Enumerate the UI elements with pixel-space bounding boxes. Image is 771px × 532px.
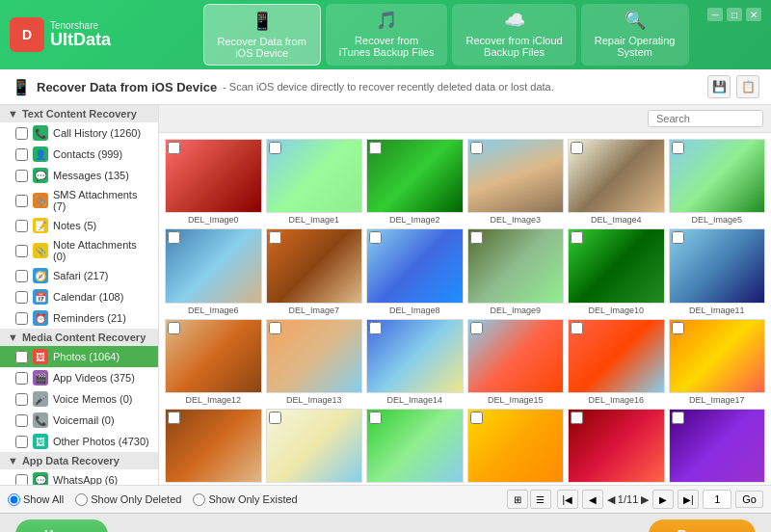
image-cell-15[interactable]: DEL_Image15 <box>467 319 565 405</box>
call-history-checkbox[interactable] <box>15 127 28 140</box>
sidebar-item-call-history[interactable]: 📞 Call History (1260) <box>0 122 158 144</box>
sidebar-item-sms-attachments[interactable]: 📎 SMS Attachments (7) <box>0 186 158 215</box>
image-cell-16[interactable]: DEL_Image16 <box>568 319 665 405</box>
prev-page-button[interactable]: ◀ <box>582 490 603 509</box>
sidebar-item-notes[interactable]: 📝 Notes (5) <box>0 215 158 236</box>
sidebar-item-voicemail[interactable]: 📞 Voicemail (0) <box>0 410 158 431</box>
image-checkbox-1[interactable] <box>269 142 281 154</box>
sidebar-item-note-attachments[interactable]: 📎 Note Attachments (0) <box>0 236 158 265</box>
image-checkbox-22[interactable] <box>571 412 583 424</box>
sidebar-item-whatsapp[interactable]: 💬 WhatsApp (6) <box>0 469 158 485</box>
image-checkbox-14[interactable] <box>369 322 382 334</box>
tab-itunes[interactable]: 🎵 Recover from iTunes Backup Files <box>326 4 448 66</box>
image-cell-3[interactable]: DEL_Image3 <box>467 139 565 225</box>
image-checkbox-23[interactable] <box>672 412 684 424</box>
image-cell-0[interactable]: DEL_Image0 <box>165 139 262 225</box>
image-checkbox-9[interactable] <box>470 231 483 244</box>
note-attachments-checkbox[interactable] <box>15 245 28 257</box>
export-button[interactable]: 📋 <box>736 75 759 98</box>
sidebar-item-photos[interactable]: 🖼 Photos (1064) <box>0 346 158 367</box>
image-cell-8[interactable]: DEL_Image8 <box>366 228 464 314</box>
image-cell-11[interactable]: DEL_Image11 <box>669 228 766 314</box>
image-cell-13[interactable]: DEL_Image13 <box>266 319 363 405</box>
grid-view-button[interactable]: ⊞ <box>507 490 528 509</box>
sidebar-item-app-videos[interactable]: 🎬 App Videos (375) <box>0 367 158 388</box>
image-cell-12[interactable]: DEL_Image12 <box>165 319 262 405</box>
tab-icloud[interactable]: ☁️ Recover from iCloud Backup Files <box>452 4 575 66</box>
whatsapp-checkbox[interactable] <box>15 474 28 486</box>
voicemail-checkbox[interactable] <box>15 414 28 427</box>
image-cell-4[interactable]: DEL_Image4 <box>568 139 665 225</box>
filter-show-existed[interactable]: Show Only Existed <box>193 493 297 506</box>
image-checkbox-7[interactable] <box>269 231 281 244</box>
image-cell-17[interactable]: DEL_Image17 <box>669 319 766 405</box>
image-cell-9[interactable]: DEL_Image9 <box>467 228 565 314</box>
sidebar-item-contacts[interactable]: 👤 Contacts (999) <box>0 144 158 165</box>
page-number-input[interactable] <box>703 490 731 509</box>
sms-attachments-checkbox[interactable] <box>15 195 28 207</box>
image-checkbox-18[interactable] <box>168 412 180 424</box>
calendar-checkbox[interactable] <box>15 291 28 304</box>
image-cell-18[interactable]: DEL_Image18 <box>165 409 262 485</box>
image-cell-10[interactable]: DEL_Image10 <box>568 228 665 314</box>
image-checkbox-15[interactable] <box>470 322 483 334</box>
sidebar-item-reminders[interactable]: ⏰ Reminders (21) <box>0 307 158 329</box>
image-checkbox-12[interactable] <box>168 322 180 334</box>
image-cell-2[interactable]: DEL_Image2 <box>366 139 464 225</box>
app-videos-checkbox[interactable] <box>15 372 28 385</box>
save-button[interactable]: 💾 <box>707 75 731 98</box>
reminders-checkbox[interactable] <box>15 312 28 325</box>
image-cell-1[interactable]: DEL_Image1 <box>266 139 363 225</box>
tab-ios-device[interactable]: 📱 Recover Data from iOS Device <box>203 4 321 66</box>
image-checkbox-19[interactable] <box>269 412 281 424</box>
other-photos-checkbox[interactable] <box>15 436 28 448</box>
voice-memos-checkbox[interactable] <box>15 393 28 406</box>
maximize-button[interactable]: □ <box>727 8 742 21</box>
image-checkbox-8[interactable] <box>369 231 382 244</box>
image-checkbox-4[interactable] <box>571 142 583 154</box>
sidebar-item-messages[interactable]: 💬 Messages (135) <box>0 165 158 186</box>
image-checkbox-20[interactable] <box>369 412 382 424</box>
photos-checkbox[interactable] <box>15 351 28 363</box>
image-cell-5[interactable]: DEL_Image5 <box>669 139 766 225</box>
image-checkbox-2[interactable] <box>369 142 382 154</box>
home-button[interactable]: Home <box>15 519 108 532</box>
sidebar-item-calendar[interactable]: 📅 Calendar (108) <box>0 286 158 307</box>
sidebar-item-safari[interactable]: 🧭 Safari (217) <box>0 265 158 286</box>
list-view-button[interactable]: ☰ <box>530 490 551 509</box>
image-checkbox-10[interactable] <box>571 231 583 244</box>
image-checkbox-13[interactable] <box>269 322 281 334</box>
tab-repair[interactable]: 🔍 Repair Operating System <box>581 4 689 66</box>
image-checkbox-17[interactable] <box>672 322 684 334</box>
image-cell-6[interactable]: DEL_Image6 <box>165 228 262 314</box>
image-cell-21[interactable]: DEL_Image21 <box>467 409 565 485</box>
search-input[interactable] <box>648 110 763 127</box>
notes-checkbox[interactable] <box>15 220 28 232</box>
recover-button[interactable]: Recover <box>649 519 756 532</box>
image-checkbox-3[interactable] <box>470 142 483 154</box>
image-checkbox-16[interactable] <box>571 322 583 334</box>
image-checkbox-11[interactable] <box>672 231 684 244</box>
safari-checkbox[interactable] <box>15 270 28 282</box>
next-page-button[interactable]: ▶ <box>652 490 674 509</box>
image-checkbox-5[interactable] <box>672 142 684 154</box>
contacts-checkbox[interactable] <box>15 148 28 161</box>
messages-checkbox[interactable] <box>15 170 28 182</box>
filter-show-deleted[interactable]: Show Only Deleted <box>75 493 181 506</box>
minimize-button[interactable]: ─ <box>707 8 723 21</box>
image-checkbox-0[interactable] <box>168 142 180 154</box>
last-page-button[interactable]: ▶| <box>678 490 699 509</box>
image-cell-7[interactable]: DEL_Image7 <box>266 228 363 314</box>
image-cell-23[interactable]: DEL_Image23 <box>669 409 766 485</box>
first-page-button[interactable]: |◀ <box>557 490 578 509</box>
image-cell-14[interactable]: DEL_Image14 <box>366 319 464 405</box>
filter-show-all[interactable]: Show All <box>8 493 64 506</box>
sidebar-item-other-photos[interactable]: 🖼 Other Photos (4730) <box>0 431 158 452</box>
image-checkbox-6[interactable] <box>168 231 180 244</box>
image-checkbox-21[interactable] <box>470 412 483 424</box>
image-cell-22[interactable]: DEL_Image22 <box>568 409 665 485</box>
image-cell-19[interactable]: DEL_Image19 <box>266 409 363 485</box>
sidebar-item-voice-memos[interactable]: 🎤 Voice Memos (0) <box>0 388 158 410</box>
go-button[interactable]: Go <box>735 491 763 508</box>
close-button[interactable]: ✕ <box>746 8 761 21</box>
